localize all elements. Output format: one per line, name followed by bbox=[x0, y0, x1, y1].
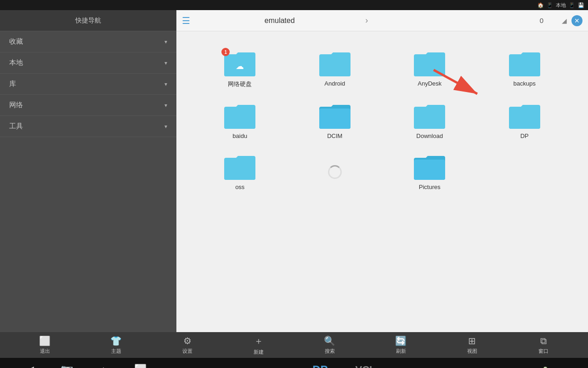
theme-button[interactable]: 👕 主题 bbox=[102, 335, 130, 355]
file-manager: ☰ emulated › 0 ◢ ✕ ☁ 1 网络硬盘 bbox=[176, 10, 588, 332]
camera-button[interactable]: 📷 bbox=[55, 364, 78, 368]
folder-backups[interactable]: backups bbox=[480, 45, 570, 93]
chevron-down-icon: ▾ bbox=[164, 60, 167, 66]
tab-button[interactable]: ⬜ bbox=[129, 364, 152, 368]
new-label: 新建 bbox=[254, 349, 264, 356]
vci-logo: VCI bbox=[356, 364, 373, 368]
folder-label: oss bbox=[235, 184, 244, 190]
clock: 18:43 bbox=[554, 367, 570, 368]
folder-label: Download bbox=[416, 132, 443, 139]
cloud-folder-icon: ☁ 1 bbox=[223, 50, 256, 77]
folder-label: DCIM bbox=[327, 132, 342, 139]
home-status-icon: 🏠 bbox=[537, 2, 544, 8]
refresh-label: 刷新 bbox=[396, 348, 406, 355]
camera-icon: 📷 bbox=[61, 364, 73, 368]
folder-icon bbox=[508, 102, 541, 130]
folder-label: backups bbox=[514, 80, 536, 87]
network-label: 网络 bbox=[9, 101, 23, 109]
status-icons: 🏠 📱 本地 📱 💾 bbox=[537, 2, 584, 9]
sidebar-item-favorites[interactable]: 收藏 ▾ bbox=[0, 31, 176, 52]
folder-icon bbox=[413, 50, 446, 77]
theme-label: 主题 bbox=[111, 348, 121, 355]
battery-icon: 🔋 bbox=[542, 367, 549, 368]
sidebar-item-local[interactable]: 本地 ▾ bbox=[0, 52, 176, 74]
folder-baidu[interactable]: baidu bbox=[195, 98, 285, 144]
nav-right: ▾ 🔋 18:43 bbox=[533, 367, 570, 368]
phone-icon: 📱 bbox=[569, 2, 575, 8]
back-button[interactable]: ◀ bbox=[18, 364, 41, 368]
search-icon: 🔍 bbox=[324, 335, 335, 346]
local-label: 本地 bbox=[9, 58, 23, 67]
window-icon: ⧉ bbox=[540, 336, 547, 346]
loading-spinner bbox=[290, 149, 380, 195]
refresh-icon: 🔄 bbox=[395, 335, 407, 346]
file-grid: ☁ 1 网络硬盘 Android bbox=[176, 31, 588, 332]
new-icon: ＋ bbox=[254, 335, 263, 347]
window-button[interactable]: ⧉ 窗口 bbox=[530, 336, 557, 355]
tools-label: 工具 bbox=[9, 122, 23, 131]
folder-dcim[interactable]: DCIM bbox=[290, 98, 380, 144]
folder-icon bbox=[223, 153, 256, 181]
folder-download[interactable]: Download bbox=[384, 98, 475, 144]
sidebar-title: 快捷导航 bbox=[75, 17, 101, 25]
tab-icon: ⬜ bbox=[134, 364, 147, 368]
sd-icon: 💾 bbox=[578, 2, 584, 8]
exit-button[interactable]: ⬜ 退出 bbox=[31, 335, 59, 355]
folder-icon bbox=[318, 50, 351, 77]
favorites-label: 收藏 bbox=[9, 37, 23, 46]
theme-icon: 👕 bbox=[110, 335, 122, 346]
folder-icon bbox=[413, 153, 446, 181]
bottom-toolbar: ⬜ 退出 👕 主题 ⚙ 设置 ＋ 新建 🔍 搜索 🔄 刷新 ⊞ 视图 ⧉ 窗口 bbox=[0, 332, 588, 358]
refresh-button[interactable]: 🔄 刷新 bbox=[387, 335, 415, 355]
sidebar-item-library[interactable]: 库 ▾ bbox=[0, 74, 176, 95]
nav-center: DP VCI bbox=[312, 363, 372, 368]
gear-icon: ⚙ bbox=[183, 335, 192, 346]
folder-icon bbox=[508, 50, 541, 77]
close-button[interactable]: ✕ bbox=[571, 15, 582, 26]
sidebar-item-tools[interactable]: 工具 ▾ bbox=[0, 116, 176, 137]
status-bar: 🏠 📱 本地 📱 💾 bbox=[0, 0, 588, 10]
menu-icon[interactable]: ☰ bbox=[182, 15, 190, 26]
settings-label: 设置 bbox=[182, 348, 192, 355]
folder-icon bbox=[318, 102, 351, 130]
home-button[interactable]: ⌂ bbox=[92, 364, 115, 368]
nav-bar: ◀ 📷 ⌂ ⬜ DP VCI ▾ 🔋 18:43 bbox=[0, 358, 588, 368]
svg-text:☁: ☁ bbox=[236, 62, 244, 71]
view-button[interactable]: ⊞ 视图 bbox=[458, 335, 486, 355]
view-icon: ⊞ bbox=[468, 335, 476, 346]
folder-network-drive[interactable]: ☁ 1 网络硬盘 bbox=[195, 45, 285, 93]
back-icon: ◀ bbox=[26, 364, 34, 368]
exit-label: 退出 bbox=[40, 348, 50, 355]
expand-icon: ◢ bbox=[562, 17, 567, 24]
settings-button[interactable]: ⚙ 设置 bbox=[174, 335, 201, 355]
folder-android[interactable]: Android bbox=[290, 45, 380, 93]
folder-icon bbox=[223, 102, 256, 130]
window-label: 窗口 bbox=[538, 348, 548, 355]
fm-toolbar: ☰ emulated › 0 ◢ ✕ bbox=[176, 10, 588, 31]
folder-pictures[interactable]: Pictures bbox=[384, 149, 475, 195]
search-button[interactable]: 🔍 搜索 bbox=[316, 335, 344, 355]
exit-icon: ⬜ bbox=[39, 335, 51, 346]
file-count: 0 bbox=[540, 17, 543, 24]
folder-dp[interactable]: DP bbox=[480, 98, 570, 144]
chevron-down-icon: ▾ bbox=[164, 123, 167, 130]
folder-label: 网络硬盘 bbox=[228, 80, 252, 88]
folder-label: Android bbox=[324, 80, 345, 87]
view-label: 视图 bbox=[467, 348, 477, 355]
sidebar: 快捷导航 收藏 ▾ 本地 ▾ 库 ▾ 网络 ▾ 工具 ▾ bbox=[0, 10, 176, 332]
current-path: emulated bbox=[198, 17, 361, 25]
tablet-icon: 📱 bbox=[547, 2, 553, 8]
folder-anydesk[interactable]: AnyDesk bbox=[384, 45, 475, 93]
wifi-icon: ▾ bbox=[533, 367, 536, 368]
new-button[interactable]: ＋ 新建 bbox=[245, 335, 272, 356]
sidebar-header: 快捷导航 bbox=[0, 10, 176, 31]
chevron-down-icon: ▾ bbox=[164, 39, 167, 45]
local-label: 本地 bbox=[556, 2, 566, 9]
folder-label: baidu bbox=[232, 132, 247, 139]
main-container: 快捷导航 收藏 ▾ 本地 ▾ 库 ▾ 网络 ▾ 工具 ▾ ☰ emulated … bbox=[0, 10, 588, 332]
folder-label: DP bbox=[520, 132, 529, 139]
folder-oss[interactable]: oss bbox=[195, 149, 285, 195]
sidebar-item-network[interactable]: 网络 ▾ bbox=[0, 95, 176, 116]
folder-icon bbox=[413, 102, 446, 130]
chevron-down-icon: ▾ bbox=[164, 102, 167, 109]
